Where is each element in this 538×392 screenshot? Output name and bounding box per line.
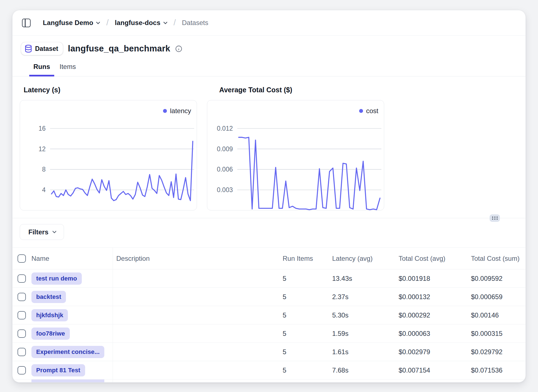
column-header-latency-avg[interactable]: Latency (avg) xyxy=(332,255,398,262)
latency-legend[interactable]: latency xyxy=(163,107,191,115)
run-name-pill[interactable]: Experiment concise... xyxy=(31,346,104,358)
run-name-cell: Prompt 81 Test xyxy=(29,361,113,379)
tab-runs[interactable]: Runs xyxy=(29,63,54,76)
table-row[interactable]: foo78riwe51.59s$0.000063$0.000315 xyxy=(13,324,525,343)
row-checkbox-cell xyxy=(13,274,29,283)
total-cost-avg-cell: $0.000132 xyxy=(398,293,470,301)
run-items-cell: 5 xyxy=(282,275,332,282)
svg-text:0.003: 0.003 xyxy=(217,186,233,193)
run-items-cell: 5 xyxy=(282,311,332,319)
total-cost-avg-cell: $0.000063 xyxy=(398,330,470,338)
charts-section: Latency (s) 481216 latency Average Total… xyxy=(13,76,525,210)
run-name-cell: backtest xyxy=(29,288,113,306)
run-description-cell xyxy=(113,343,282,361)
table-row-partial xyxy=(13,379,525,383)
run-name-cell: foo78riwe xyxy=(29,324,113,343)
run-name-pill[interactable] xyxy=(31,379,104,383)
dataset-badge: Dataset xyxy=(21,42,63,55)
total-cost-avg-cell: $0.000292 xyxy=(398,311,470,319)
breadcrumb-page[interactable]: Datasets xyxy=(182,19,208,27)
column-header-description[interactable]: Description xyxy=(113,248,282,269)
filters-button[interactable]: Filters xyxy=(20,224,64,240)
run-description-cell xyxy=(113,324,282,343)
select-all-checkbox[interactable] xyxy=(18,254,26,263)
table-body: test run demo513.43s$0.001918$0.009592ba… xyxy=(13,269,525,379)
table-row[interactable]: Prompt 81 Test57.68s$0.007154$0.071536 xyxy=(13,361,525,379)
svg-text:4: 4 xyxy=(42,186,46,193)
total-cost-sum-cell: $0.000315 xyxy=(470,330,525,338)
chevron-down-icon xyxy=(163,21,167,25)
latency-avg-cell: 13.43s xyxy=(332,275,398,282)
latency-chart-block: Latency (s) 481216 latency xyxy=(20,86,197,210)
row-checkbox[interactable] xyxy=(18,329,26,338)
section-divider xyxy=(13,218,525,218)
breadcrumb-environment[interactable]: langfuse-docs xyxy=(115,19,167,27)
total-cost-sum-cell: $0.029792 xyxy=(470,348,525,356)
run-name-cell: hjkfdshjk xyxy=(29,306,113,324)
run-items-cell: 5 xyxy=(282,330,332,338)
svg-text:0.006: 0.006 xyxy=(217,166,233,173)
table-row[interactable]: hjkfdshjk55.30s$0.000292$0.00146 xyxy=(13,306,525,324)
dataset-header: Dataset langfuse_qa_benchmark xyxy=(21,41,514,56)
run-description-cell xyxy=(113,361,282,379)
total-cost-avg-cell: $0.001918 xyxy=(398,275,470,282)
row-checkbox[interactable] xyxy=(18,293,26,301)
table-row[interactable]: backtest52.37s$0.000132$0.000659 xyxy=(13,288,525,306)
row-checkbox-cell xyxy=(13,311,29,319)
run-name-pill[interactable]: test run demo xyxy=(31,272,82,285)
table-header-row: Name Description Run Items Latency (avg)… xyxy=(13,248,525,269)
legend-label: cost xyxy=(366,107,378,115)
run-name-pill[interactable]: hjkfdshjk xyxy=(31,309,68,321)
cost-line-chart: 0.0030.0060.0090.012 xyxy=(207,100,384,210)
column-header-total-cost-sum[interactable]: Total Cost (sum) xyxy=(470,255,525,262)
run-items-cell: 5 xyxy=(282,293,332,301)
svg-text:12: 12 xyxy=(38,145,46,153)
run-name-pill[interactable]: foo78riwe xyxy=(31,328,70,340)
tab-items[interactable]: Items xyxy=(55,63,80,76)
svg-text:8: 8 xyxy=(42,166,46,173)
dataset-badge-label: Dataset xyxy=(35,45,58,53)
tab-bar: Runs Items xyxy=(13,63,525,76)
column-header-run-items[interactable]: Run Items xyxy=(282,255,332,262)
row-checkbox-cell xyxy=(13,293,29,301)
latency-avg-cell: 1.59s xyxy=(332,330,398,338)
database-icon xyxy=(25,45,32,53)
row-checkbox[interactable] xyxy=(18,348,26,356)
svg-text:0.012: 0.012 xyxy=(217,125,233,132)
row-checkbox[interactable] xyxy=(18,366,26,374)
row-checkbox[interactable] xyxy=(18,274,26,283)
table-row[interactable]: Experiment concise...51.61s$0.002979$0.0… xyxy=(13,343,525,361)
total-cost-avg-cell: $0.007154 xyxy=(398,366,470,374)
run-name-pill[interactable]: Prompt 81 Test xyxy=(31,364,85,376)
filters-label: Filters xyxy=(28,228,48,236)
breadcrumb: Langfuse Demo / langfuse-docs / Datasets xyxy=(13,10,525,36)
resize-handle[interactable] xyxy=(490,214,500,222)
run-items-cell: 5 xyxy=(282,348,332,356)
latency-avg-cell: 7.68s xyxy=(332,366,398,374)
filters-row: Filters xyxy=(20,224,525,240)
total-cost-sum-cell: $0.071536 xyxy=(470,366,525,374)
cost-legend[interactable]: cost xyxy=(359,107,378,115)
info-circle-icon[interactable] xyxy=(175,45,182,52)
breadcrumb-project[interactable]: Langfuse Demo xyxy=(43,19,100,27)
run-name-pill[interactable]: backtest xyxy=(31,291,66,303)
svg-text:0.009: 0.009 xyxy=(217,145,233,153)
legend-dot-icon xyxy=(163,109,167,113)
cost-chart-title: Average Total Cost ($) xyxy=(219,86,384,94)
total-cost-sum-cell: $0.000659 xyxy=(470,293,525,301)
row-checkbox-cell xyxy=(13,366,29,374)
latency-avg-cell: 2.37s xyxy=(332,293,398,301)
column-header-total-cost-avg[interactable]: Total Cost (avg) xyxy=(398,255,470,262)
row-checkbox[interactable] xyxy=(18,311,26,319)
table-row[interactable]: test run demo513.43s$0.001918$0.009592 xyxy=(13,269,525,288)
environment-name: langfuse-docs xyxy=(115,19,161,27)
svg-text:16: 16 xyxy=(38,125,46,132)
column-header-name[interactable]: Name xyxy=(29,248,113,269)
latency-chart: 481216 latency xyxy=(20,100,197,210)
run-description-cell xyxy=(113,269,282,287)
project-name: Langfuse Demo xyxy=(43,19,93,27)
legend-dot-icon xyxy=(359,109,363,113)
sidebar-toggle-icon[interactable] xyxy=(22,19,31,27)
latency-line-chart: 481216 xyxy=(20,100,197,210)
chevron-down-icon xyxy=(96,21,100,25)
